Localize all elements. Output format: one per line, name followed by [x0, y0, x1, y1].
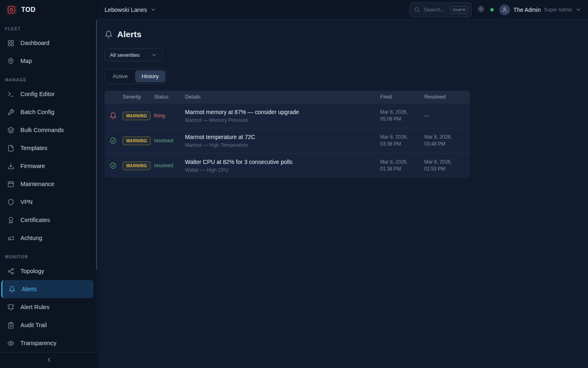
tod-logo-icon	[6, 4, 17, 16]
alert-title: Marmot memory at 87% — consider upgrade	[185, 109, 380, 115]
table-header: Severity Status Details Fired Resolved	[105, 91, 470, 103]
sun-icon	[477, 5, 485, 14]
alert-row[interactable]: WARNING resolved Marmot temperature at 7…	[105, 128, 470, 153]
layers-icon	[7, 127, 14, 134]
severity-badge: WARNING	[122, 162, 151, 170]
sidebar-scrollbar-thumb[interactable]	[96, 20, 97, 270]
col-severity: Severity	[122, 94, 154, 100]
sidebar-item-label: Certificates	[20, 217, 50, 223]
severity-badge: WARNING	[122, 112, 151, 120]
collapse-sidebar-button[interactable]	[44, 355, 54, 366]
sidebar-item-achtung[interactable]: Achtung	[0, 229, 98, 247]
sidebar-item-certificates[interactable]: Certificates	[0, 211, 98, 229]
sidebar-item-alert-rules[interactable]: Alert Rules	[0, 298, 98, 316]
sidebar-item-map[interactable]: Map	[0, 52, 98, 70]
sidebar-item-vpn[interactable]: VPN	[0, 193, 98, 211]
page-title: Alerts	[117, 29, 142, 39]
sidebar-item-label: Achtung	[20, 235, 42, 241]
section-label-fleet: FLEET	[0, 23, 98, 34]
file-icon	[7, 145, 14, 152]
search-input[interactable]	[423, 7, 447, 13]
search-box[interactable]: Cmd+K	[410, 2, 472, 17]
sidebar-item-label: Firmware	[20, 163, 45, 169]
tab-active[interactable]: Active	[106, 70, 134, 82]
severity-filter-select[interactable]: All severities	[105, 48, 163, 61]
col-details: Details	[185, 94, 380, 100]
fired-time: Mar 8, 2026, 01:38 PM	[380, 159, 424, 173]
terminal-icon	[7, 91, 14, 98]
alert-subtitle: Marmot — High Temperature	[185, 142, 380, 148]
tab-history[interactable]: History	[135, 70, 165, 82]
sidebar-section-fleet: FLEET Dashboard Map	[0, 23, 98, 70]
sidebar-item-alerts[interactable]: Alerts	[1, 280, 94, 298]
topbar-right: Cmd+K The Admin Super Admin	[410, 2, 581, 17]
fired-time: Mar 8, 2026, 03:38 PM	[380, 134, 424, 148]
user-menu[interactable]: The Admin Super Admin	[499, 4, 581, 15]
section-label-monitor: MONITOR	[0, 251, 98, 262]
bell-icon	[105, 30, 113, 38]
resolved-time: Mar 8, 2026, 03:48 PM	[424, 134, 465, 148]
search-shortcut-badge: Cmd+K	[450, 6, 468, 13]
bell-icon	[9, 286, 16, 293]
alert-row[interactable]: WARNING firing Marmot memory at 87% — co…	[105, 103, 470, 128]
chevron-left-icon	[46, 357, 52, 364]
chevron-down-icon	[151, 52, 157, 58]
sidebar-item-topology[interactable]: Topology	[0, 262, 98, 280]
alert-row[interactable]: WARNING resolved Walter CPU at 82% for 3…	[105, 153, 470, 178]
alerts-table: Severity Status Details Fired Resolved W…	[105, 91, 470, 178]
check-circle-icon	[109, 162, 122, 169]
connection-status-dot	[490, 8, 494, 11]
sidebar-item-bulk-commands[interactable]: Bulk Commands	[0, 121, 98, 139]
topbar: Lebowski Lanes Cmd+K The Admin Super Adm…	[98, 0, 588, 20]
alert-subtitle: Walter — High CPU	[185, 167, 380, 173]
severity-badge: WARNING	[122, 137, 151, 145]
sidebar-item-label: Config Editor	[20, 91, 55, 97]
theme-toggle-button[interactable]	[477, 5, 485, 14]
org-selector[interactable]: Lebowski Lanes	[105, 7, 156, 13]
brand: TOD	[0, 0, 98, 20]
avatar	[499, 4, 510, 15]
sidebar-item-audit-trail[interactable]: Audit Trail	[0, 316, 98, 334]
sidebar-item-firmware[interactable]: Firmware	[0, 157, 98, 175]
sidebar-item-config-editor[interactable]: Config Editor	[0, 85, 98, 103]
sidebar-item-label: Audit Trail	[20, 322, 47, 328]
alert-subtitle: Marmot — Memory Pressure	[185, 117, 380, 123]
download-icon	[7, 163, 14, 170]
col-fired: Fired	[380, 94, 424, 100]
sidebar-item-label: Alerts	[22, 286, 37, 292]
user-role: Super Admin	[544, 7, 572, 13]
status-text: resolved	[154, 138, 185, 144]
sidebar-item-label: Transparency	[20, 340, 56, 346]
sidebar-item-label: Bulk Commands	[20, 127, 64, 133]
sidebar-item-maintenance[interactable]: Maintenance	[0, 175, 98, 193]
search-icon	[414, 7, 420, 13]
alerts-page: Alerts All severities Active History Sev…	[98, 20, 588, 186]
award-icon	[7, 217, 14, 224]
resolved-time: Mar 8, 2026, 01:53 PM	[424, 159, 465, 173]
chevron-down-icon	[150, 7, 156, 13]
status-text: resolved	[154, 163, 185, 168]
clipboard-icon	[7, 322, 14, 329]
org-name: Lebowski Lanes	[105, 7, 147, 13]
main-area: Lebowski Lanes Cmd+K The Admin Super Adm…	[98, 0, 588, 368]
alert-title: Walter CPU at 82% for 3 consecutive poll…	[185, 159, 380, 165]
sidebar-section-monitor: MONITOR Topology Alerts Alert Rules Audi…	[0, 251, 98, 352]
brand-name: TOD	[21, 6, 36, 13]
sidebar-nav: FLEET Dashboard Map MANAGE Config Editor	[0, 20, 98, 352]
user-name: The Admin	[513, 7, 541, 13]
check-circle-icon	[109, 137, 122, 144]
sidebar-item-transparency[interactable]: Transparency	[0, 334, 98, 352]
severity-filter-value: All severities	[110, 52, 140, 58]
grid-icon	[7, 40, 14, 47]
fired-time: Mar 8, 2026, 05:08 PM	[380, 109, 424, 123]
shield-icon	[7, 199, 14, 206]
bell-alert-icon	[109, 112, 122, 119]
sidebar-item-batch-config[interactable]: Batch Config	[0, 103, 98, 121]
sidebar-item-dashboard[interactable]: Dashboard	[0, 34, 98, 52]
eye-icon	[7, 340, 14, 347]
resolved-time: —	[424, 112, 465, 119]
sidebar-item-templates[interactable]: Templates	[0, 139, 98, 157]
bell-ring-icon	[7, 304, 14, 311]
section-label-manage: MANAGE	[0, 74, 98, 85]
wrench-icon	[7, 109, 14, 116]
